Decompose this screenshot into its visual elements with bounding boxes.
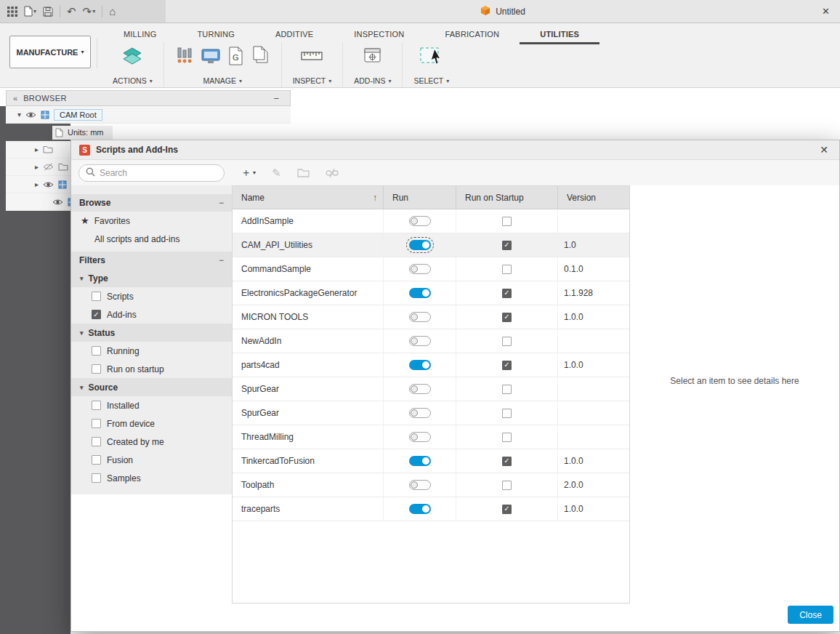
chevron-down-icon[interactable]: ▾ [17, 111, 21, 119]
table-row[interactable]: Toolpath2.0.0 [233, 473, 629, 497]
collapse-icon[interactable]: − [219, 198, 224, 208]
select-icon[interactable] [419, 44, 445, 71]
filter-fusion[interactable]: Fusion [71, 451, 232, 469]
select-group-label[interactable]: SELECT▾ [413, 73, 449, 87]
addins-icon[interactable] [362, 46, 384, 69]
run-on-startup-checkbox[interactable]: ✓ [502, 457, 512, 466]
eye-icon[interactable] [43, 181, 54, 188]
run-on-startup-checkbox[interactable]: ✓ [502, 505, 512, 514]
run-toggle[interactable] [409, 360, 431, 370]
sidebar-item-favorites[interactable]: ★ Favorites [71, 212, 232, 230]
filter-add-ins[interactable]: ✓Add-ins [71, 305, 232, 324]
dialog-titlebar[interactable]: S Scripts and Add-Ins ✕ [71, 140, 839, 160]
filter-section-type[interactable]: ▾Type [71, 269, 232, 287]
run-on-startup-checkbox[interactable]: ✓ [502, 313, 512, 322]
checkbox-unchecked-icon[interactable] [92, 473, 101, 483]
run-toggle[interactable] [409, 480, 431, 490]
filter-running[interactable]: Running [71, 342, 232, 360]
eye-icon[interactable] [25, 111, 36, 119]
filter-installed[interactable]: Installed [71, 396, 232, 414]
checkbox-unchecked-icon[interactable] [92, 437, 101, 446]
home-icon[interactable]: ⌂ [109, 6, 116, 17]
run-on-startup-checkbox[interactable] [502, 265, 512, 274]
templates-icon[interactable] [251, 46, 270, 69]
run-toggle[interactable] [409, 264, 431, 274]
column-header-run[interactable]: Run [384, 186, 456, 209]
edit-script-icon[interactable]: ✎ [272, 166, 281, 180]
collapse-icon[interactable]: − [219, 255, 224, 265]
browser-row[interactable]: ▾CAM Root [6, 106, 291, 124]
run-on-startup-checkbox[interactable] [502, 217, 512, 226]
column-header-version[interactable]: Version [558, 186, 631, 209]
checkbox-unchecked-icon[interactable] [92, 401, 101, 410]
table-row[interactable]: SpurGear [233, 377, 629, 401]
collapse-panel-icon[interactable]: « [13, 94, 17, 103]
inspect-group-label[interactable]: INSPECT▾ [293, 73, 332, 87]
run-toggle[interactable] [409, 384, 431, 394]
unlink-icon[interactable] [326, 168, 339, 178]
filter-from-device[interactable]: From device [71, 414, 232, 433]
redo-icon[interactable]: ↷▾ [83, 6, 96, 17]
file-menu-icon[interactable]: ▾ [24, 6, 36, 17]
chevron-right-icon[interactable]: ▸ [35, 145, 39, 153]
filters-section-header[interactable]: Filters − [71, 252, 232, 269]
sidebar-item-all-scripts[interactable]: All scripts and add-ins [71, 230, 232, 248]
run-on-startup-checkbox[interactable]: ✓ [502, 241, 512, 250]
checkbox-checked-icon[interactable]: ✓ [92, 310, 101, 319]
close-window-icon[interactable]: ✕ [822, 6, 830, 17]
run-toggle[interactable] [409, 288, 431, 298]
run-toggle[interactable] [409, 504, 431, 514]
table-row[interactable]: CommandSample0.1.0 [233, 257, 629, 281]
document-tab[interactable]: Untitled [480, 5, 525, 18]
filter-scripts[interactable]: Scripts [71, 287, 232, 305]
table-row[interactable]: AddInSample [233, 209, 629, 233]
actions-icon[interactable] [121, 46, 144, 69]
ribbon-tab-utilities[interactable]: UTILITIES [520, 27, 599, 44]
actions-group-label[interactable]: ACTIONS▾ [113, 73, 153, 87]
run-on-startup-checkbox[interactable] [502, 433, 512, 442]
run-toggle[interactable] [409, 432, 431, 442]
undo-icon[interactable]: ↶ [67, 6, 76, 17]
browse-section-header[interactable]: Browse − [71, 194, 232, 212]
checkbox-unchecked-icon[interactable] [92, 419, 101, 428]
filter-samples[interactable]: Samples [71, 469, 232, 487]
addins-group-label[interactable]: ADD-INS▾ [354, 73, 391, 87]
run-toggle[interactable] [409, 408, 431, 418]
run-toggle[interactable] [409, 216, 431, 226]
table-row[interactable]: parts4cad✓1.0.0 [233, 353, 629, 377]
run-on-startup-checkbox[interactable]: ✓ [502, 361, 512, 370]
run-toggle[interactable] [409, 240, 431, 250]
checkbox-unchecked-icon[interactable] [92, 346, 101, 356]
tool-library-icon[interactable] [175, 46, 194, 69]
table-row[interactable]: ThreadMilling [233, 425, 629, 449]
filter-section-status[interactable]: ▾Status [71, 324, 232, 342]
eye-icon[interactable] [52, 198, 63, 206]
search-input[interactable] [100, 168, 209, 178]
workspace-selector[interactable]: MANUFACTURE ▾ [9, 36, 91, 68]
checkbox-unchecked-icon[interactable] [92, 292, 101, 301]
table-row[interactable]: traceparts✓1.0.0 [233, 497, 629, 521]
run-on-startup-checkbox[interactable] [502, 337, 512, 346]
add-script-button[interactable]: ＋▾ [241, 166, 256, 180]
checkbox-unchecked-icon[interactable] [92, 455, 101, 465]
app-grid-icon[interactable] [7, 7, 17, 17]
dialog-close-icon[interactable]: ✕ [817, 144, 831, 156]
close-button[interactable]: Close [788, 606, 833, 624]
open-folder-icon[interactable] [297, 168, 310, 177]
chevron-right-icon[interactable]: ▸ [35, 163, 39, 171]
column-header-name[interactable]: Name ↑ [233, 186, 384, 209]
run-toggle[interactable] [409, 456, 431, 466]
filter-run-on-startup[interactable]: Run on startup [71, 360, 232, 378]
post-library-icon[interactable]: G [227, 46, 245, 69]
filter-created-by-me[interactable]: Created by me [71, 433, 232, 451]
browser-row[interactable]: Units: mm [6, 124, 291, 141]
table-row[interactable]: SpurGear [233, 401, 629, 425]
table-row[interactable]: TinkercadToFusion✓1.0.0 [233, 449, 629, 473]
run-on-startup-checkbox[interactable]: ✓ [502, 289, 512, 298]
filter-section-source[interactable]: ▾Source [71, 378, 232, 396]
run-toggle[interactable] [409, 336, 431, 346]
run-on-startup-checkbox[interactable] [502, 481, 512, 490]
save-icon[interactable] [43, 7, 53, 17]
table-row[interactable]: MICRON TOOLS✓1.0.0 [233, 305, 629, 329]
run-toggle[interactable] [409, 312, 431, 322]
